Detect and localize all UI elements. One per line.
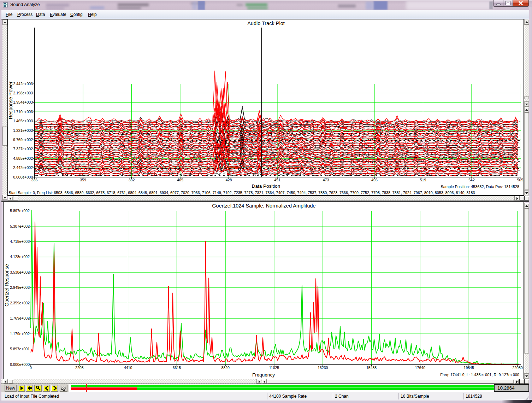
svg-text:473: 473 — [323, 178, 329, 182]
svg-text:19845: 19845 — [464, 366, 474, 370]
svg-text:Response Power: Response Power — [8, 81, 13, 119]
svg-text:22050: 22050 — [512, 366, 522, 370]
svg-text:4410: 4410 — [124, 366, 132, 370]
svg-text:2.949e+002: 2.949e+002 — [10, 285, 30, 290]
svg-text:519: 519 — [420, 178, 426, 182]
svg-text:2.359e+002: 2.359e+002 — [10, 301, 30, 305]
svg-text:7.327e+002: 7.327e+002 — [13, 147, 33, 151]
svg-text:0.000e+000: 0.000e+000 — [10, 362, 30, 367]
svg-text:1.221e+003: 1.221e+003 — [13, 128, 33, 133]
svg-text:542: 542 — [468, 178, 475, 182]
svg-text:1.465e+003: 1.465e+003 — [13, 119, 33, 123]
svg-text:1.954e+003: 1.954e+003 — [13, 100, 33, 104]
svg-text:Sample Position: 453632, Data: Sample Position: 453632, Data Pos: 18145… — [441, 185, 519, 189]
svg-text:11025: 11025 — [269, 366, 279, 370]
svg-text:15435: 15435 — [366, 366, 377, 370]
svg-text:3.538e+002: 3.538e+002 — [10, 270, 30, 274]
svg-text:17640: 17640 — [415, 366, 425, 370]
svg-text:6615: 6615 — [173, 366, 181, 370]
svg-text:4.128e+002: 4.128e+002 — [10, 255, 30, 259]
svg-text:0.000e+000: 0.000e+000 — [13, 175, 33, 179]
svg-text:405: 405 — [177, 178, 183, 182]
svg-text:451: 451 — [274, 178, 280, 182]
svg-text:Goertzel Response: Goertzel Response — [4, 264, 10, 306]
svg-text:336: 336 — [31, 178, 38, 182]
svg-text:2.442e+002: 2.442e+002 — [13, 165, 33, 170]
svg-text:5.897e+002: 5.897e+002 — [10, 209, 30, 213]
svg-text:428: 428 — [226, 178, 232, 182]
svg-text:5.307e+002: 5.307e+002 — [10, 224, 30, 228]
svg-text:1.769e+002: 1.769e+002 — [10, 316, 30, 320]
svg-text:Audio Track Plot: Audio Track Plot — [247, 21, 285, 26]
svg-text:8820: 8820 — [221, 366, 230, 370]
svg-text:2.198e+003: 2.198e+003 — [13, 91, 33, 95]
svg-text:Frequency: Frequency — [252, 372, 275, 378]
svg-text:359: 359 — [80, 178, 86, 182]
svg-text:496: 496 — [371, 178, 378, 182]
svg-text:4.885e+002: 4.885e+002 — [13, 156, 33, 160]
svg-text:9.769e+002: 9.769e+002 — [13, 138, 33, 142]
svg-text:Start Sample: 0, Freq List: 65: Start Sample: 0, Freq List: 6503, 6546, … — [9, 191, 475, 195]
svg-text:2.442e+003: 2.442e+003 — [13, 82, 33, 86]
svg-text:382: 382 — [129, 178, 135, 182]
svg-text:4.718e+002: 4.718e+002 — [10, 239, 30, 244]
svg-text:1.710e+003: 1.710e+003 — [13, 110, 33, 114]
svg-text:5.897e+001: 5.897e+001 — [10, 347, 30, 351]
svg-text:Data Position: Data Position — [252, 183, 280, 189]
svg-text:565: 565 — [517, 178, 524, 182]
svg-text:2205: 2205 — [75, 366, 84, 370]
svg-text:Freq: 17441.9, L: 1.435e+001,: Freq: 17441.9, L: 1.435e+001, R: 9.127e+… — [440, 373, 519, 377]
svg-text:Goertzel,1024 Sample, Normaliz: Goertzel,1024 Sample, Normalized Amplitu… — [212, 203, 315, 209]
svg-text:1.179e+002: 1.179e+002 — [10, 332, 30, 336]
svg-text:13230: 13230 — [318, 366, 328, 370]
svg-text:0: 0 — [30, 366, 32, 370]
